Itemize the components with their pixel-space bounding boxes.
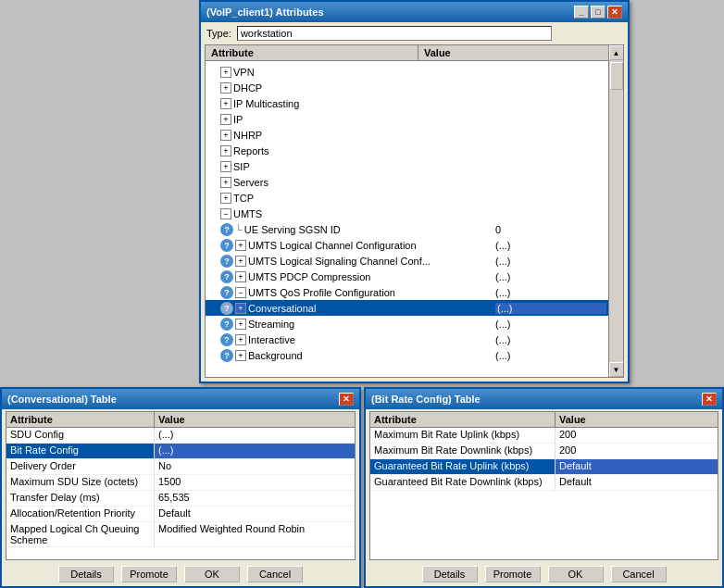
tree-row[interactable]: + IP: [206, 111, 608, 127]
expand-icon[interactable]: +: [235, 319, 246, 330]
bitrate-row-downlink-max[interactable]: Maximum Bit Rate Downlink (kbps) 200: [370, 444, 718, 459]
bitrate-cell-val: 200: [555, 444, 718, 458]
scroll-down[interactable]: ▼: [609, 362, 624, 377]
bitrate-details-button[interactable]: Details: [422, 566, 478, 582]
expand-icon[interactable]: +: [235, 240, 246, 251]
conv-cell-attr: Bit Rate Config: [6, 444, 155, 458]
bitrate-promote-button[interactable]: Promote: [485, 566, 541, 582]
conv-cell-val: (...): [155, 444, 355, 458]
tree-row[interactable]: + DHCP: [206, 80, 608, 95]
bitrate-cell-attr: Guaranteed Bit Rate Uplink (kbps): [370, 459, 555, 474]
expand-icon[interactable]: +: [220, 98, 231, 109]
scroll-up[interactable]: ▲: [609, 45, 624, 60]
expand-icon[interactable]: −: [235, 287, 246, 298]
conv-row-sdu[interactable]: SDU Config (...): [6, 428, 355, 444]
type-input[interactable]: [237, 26, 552, 41]
tree-row[interactable]: − UMTS: [206, 206, 608, 221]
scroll-thumb[interactable]: [610, 62, 623, 90]
question-icon: ?: [220, 286, 233, 299]
bitrate-cell-val: 200: [555, 428, 718, 443]
tree-label: IP: [233, 114, 495, 125]
question-icon: ?: [220, 255, 233, 268]
conv-cell-val: (...): [155, 428, 355, 443]
expand-icon[interactable]: +: [220, 130, 231, 141]
tree-row[interactable]: + NHRP: [206, 127, 608, 143]
tree-value: (...): [495, 271, 606, 282]
bitrate-close-button[interactable]: ✕: [702, 393, 717, 406]
minimize-button[interactable]: _: [574, 6, 589, 19]
conv-title-buttons: ✕: [339, 393, 354, 406]
expand-icon[interactable]: +: [235, 303, 246, 314]
tree-row[interactable]: + VPN: [206, 64, 608, 80]
expand-icon[interactable]: +: [220, 145, 231, 156]
conv-row-delivery[interactable]: Delivery Order No: [6, 459, 355, 475]
conv-cancel-button[interactable]: Cancel: [247, 566, 303, 582]
tree-value: (...): [495, 287, 606, 298]
tree-row-conversational[interactable]: ? + Conversational (...): [206, 300, 608, 316]
conv-cell-val: 1500: [155, 475, 355, 490]
conv-close-button[interactable]: ✕: [339, 393, 354, 406]
expand-icon[interactable]: +: [220, 114, 231, 125]
conv-cell-attr: SDU Config: [6, 428, 155, 443]
tree-label: UMTS Logical Signaling Channel Conf...: [248, 256, 495, 267]
tree-row[interactable]: + IP Multicasting: [206, 95, 608, 111]
scrollbar-vertical[interactable]: ▲ ▼: [608, 45, 623, 377]
tree-row[interactable]: + Servers: [206, 174, 608, 190]
tree-label: Conversational: [248, 303, 495, 314]
tree-row[interactable]: ? + UMTS PDCP Compression (...): [206, 269, 608, 284]
tree-value: 0: [495, 224, 606, 235]
expand-icon[interactable]: +: [220, 177, 231, 188]
bitrate-row-uplink-max[interactable]: Maximum Bit Rate Uplink (kbps) 200: [370, 428, 718, 444]
tree-row-background[interactable]: ? + Background (...): [206, 347, 608, 363]
question-icon: ?: [220, 302, 233, 315]
bitrate-row-uplink-guar[interactable]: Guaranteed Bit Rate Uplink (kbps) Defaul…: [370, 459, 718, 475]
bitrate-ok-button[interactable]: OK: [548, 566, 604, 582]
expand-icon[interactable]: +: [220, 67, 231, 78]
close-button[interactable]: ✕: [607, 6, 622, 19]
tree-row[interactable]: + SIP: [206, 158, 608, 174]
bitrate-body: Attribute Value Maximum Bit Rate Uplink …: [366, 409, 722, 586]
expand-icon[interactable]: +: [235, 256, 246, 267]
tree-row[interactable]: ? + UMTS Logical Channel Configuration (…: [206, 237, 608, 253]
tree-row-streaming[interactable]: ? + Streaming (...): [206, 316, 608, 332]
conv-row-mapped[interactable]: Mapped Logical Ch Queuing Scheme Modifie…: [6, 522, 355, 547]
main-window: (VoIP_client1) Attributes _ □ ✕ Type: At…: [199, 0, 630, 383]
bitrate-window: (Bit Rate Config) Table ✕ Attribute Valu…: [364, 387, 724, 588]
tree-value: (...): [495, 334, 606, 345]
conv-row-transfer[interactable]: Transfer Delay (ms) 65,535: [6, 491, 355, 507]
maximize-button[interactable]: □: [591, 6, 605, 19]
expand-icon[interactable]: +: [235, 271, 246, 282]
tree-row[interactable]: ? └ UE Serving SGSN ID 0: [206, 221, 608, 237]
tree-label: DHCP: [233, 82, 495, 94]
expand-icon[interactable]: +: [235, 350, 246, 361]
bitrate-row-downlink-guar[interactable]: Guaranteed Bit Rate Downlink (kbps) Defa…: [370, 475, 718, 491]
bitrate-title-bar: (Bit Rate Config) Table ✕: [366, 389, 722, 409]
bitrate-window-title: (Bit Rate Config) Table: [371, 394, 481, 405]
conv-cell-attr: Transfer Delay (ms): [6, 491, 155, 506]
conv-row-bitrate[interactable]: Bit Rate Config (...): [6, 444, 355, 459]
expand-icon[interactable]: +: [220, 161, 231, 172]
bitrate-cancel-button[interactable]: Cancel: [611, 566, 667, 582]
tree-row[interactable]: ? + UMTS Logical Signaling Channel Conf.…: [206, 253, 608, 269]
tree-row-interactive[interactable]: ? + Interactive (...): [206, 332, 608, 347]
expand-icon[interactable]: −: [220, 208, 231, 219]
expand-icon[interactable]: +: [220, 193, 231, 204]
tree-label: UMTS PDCP Compression: [248, 271, 495, 282]
conv-row-sdu-size[interactable]: Maximum SDU Size (octets) 1500: [6, 475, 355, 491]
tree-row[interactable]: + TCP: [206, 190, 608, 206]
tree-row[interactable]: ? − UMTS QoS Profile Configuration (...): [206, 284, 608, 300]
conv-promote-button[interactable]: Promote: [121, 566, 177, 582]
conv-row-alloc[interactable]: Allocation/Retention Priority Default: [6, 507, 355, 522]
header-value: Value: [418, 45, 623, 60]
conv-details-button[interactable]: Details: [58, 566, 114, 582]
main-title-buttons: _ □ ✕: [574, 6, 622, 19]
expand-icon[interactable]: +: [235, 334, 246, 345]
conv-btn-row: Details Promote OK Cancel: [2, 562, 359, 586]
conv-cell-attr: Maximum SDU Size (octets): [6, 475, 155, 490]
tree-row[interactable]: + Reports: [206, 143, 608, 158]
expand-icon[interactable]: +: [220, 82, 231, 94]
bitrate-header-val: Value: [555, 412, 718, 427]
conv-ok-button[interactable]: OK: [184, 566, 240, 582]
tree-label: TCP: [233, 193, 495, 204]
conv-title-bar: (Conversational) Table ✕: [2, 389, 359, 409]
